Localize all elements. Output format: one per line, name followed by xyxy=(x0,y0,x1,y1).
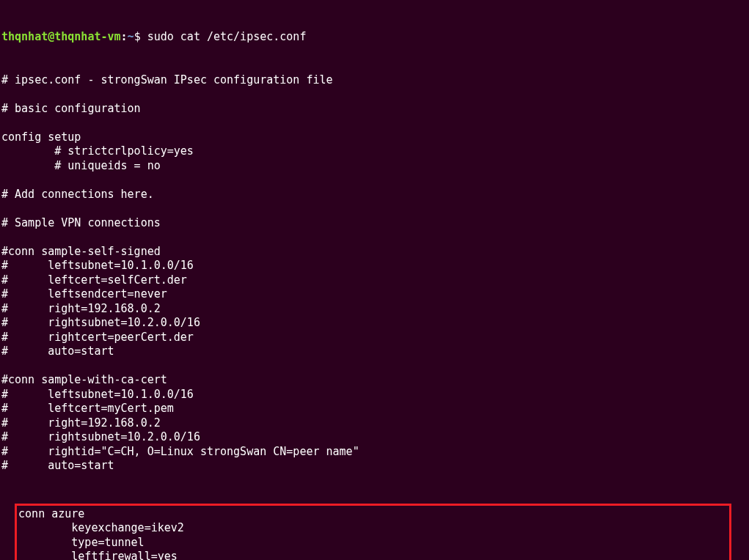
output-line: # leftcert=selfCert.der xyxy=(1,273,748,288)
output-line xyxy=(1,87,748,102)
highlighted-line: type=tunnel xyxy=(18,536,728,550)
output-line: # rightsubnet=10.2.0.0/16 xyxy=(1,430,748,445)
output-line: # rightsubnet=10.2.0.0/16 xyxy=(1,316,748,331)
output-line xyxy=(1,202,748,216)
output-line: # leftsendcert=never xyxy=(1,287,748,302)
terminal-window[interactable]: thqnhat@thqnhat-vm:~$ sudo cat /etc/ipse… xyxy=(1,1,748,560)
output-line xyxy=(1,359,748,374)
output-line: # leftsubnet=10.1.0.0/16 xyxy=(1,259,748,273)
output-line: # basic configuration xyxy=(1,102,748,117)
output-line xyxy=(1,116,748,130)
prompt-colon: : xyxy=(121,30,128,43)
prompt-dollar: $ xyxy=(134,30,147,43)
output-line: # leftcert=myCert.pem xyxy=(1,402,748,416)
output-line: # auto=start xyxy=(1,345,748,359)
output-line: #conn sample-self-signed xyxy=(1,245,748,259)
output-line: # right=192.168.0.2 xyxy=(1,302,748,317)
output-line: # auto=start xyxy=(1,459,748,474)
highlighted-line: conn azure xyxy=(18,507,728,522)
prompt-line: thqnhat@thqnhat-vm:~$ sudo cat /etc/ipse… xyxy=(1,30,748,45)
output-line xyxy=(1,230,748,245)
output-line: # Add connections here. xyxy=(1,188,748,202)
prompt-path: ~ xyxy=(128,30,134,43)
output-line: # rightid="C=CH, O=Linux strongSwan CN=p… xyxy=(1,445,748,460)
output-line: # right=192.168.0.2 xyxy=(1,416,748,431)
output-line: config setup xyxy=(1,130,748,145)
output-line: # ipsec.conf - strongSwan IPsec configur… xyxy=(1,73,748,88)
output-line xyxy=(1,173,748,188)
command-text: sudo cat /etc/ipsec.conf xyxy=(147,30,307,43)
highlighted-section: conn azure keyexchange=ikev2 type=tunnel… xyxy=(15,504,731,561)
highlighted-line: leftfirewall=yes xyxy=(18,550,728,560)
prompt-user-host: thqnhat@thqnhat-vm xyxy=(1,30,121,43)
output-line: #conn sample-with-ca-cert xyxy=(1,373,748,388)
output-line: # Sample VPN connections xyxy=(1,216,748,231)
output-before-highlight: # ipsec.conf - strongSwan IPsec configur… xyxy=(1,73,748,488)
output-line: # uniqueids = no xyxy=(1,159,748,174)
output-line: # leftsubnet=10.1.0.0/16 xyxy=(1,388,748,402)
output-line xyxy=(1,474,748,488)
output-line: # rightcert=peerCert.der xyxy=(1,331,748,345)
highlighted-line: keyexchange=ikev2 xyxy=(18,521,728,536)
output-line: # strictcrlpolicy=yes xyxy=(1,144,748,159)
